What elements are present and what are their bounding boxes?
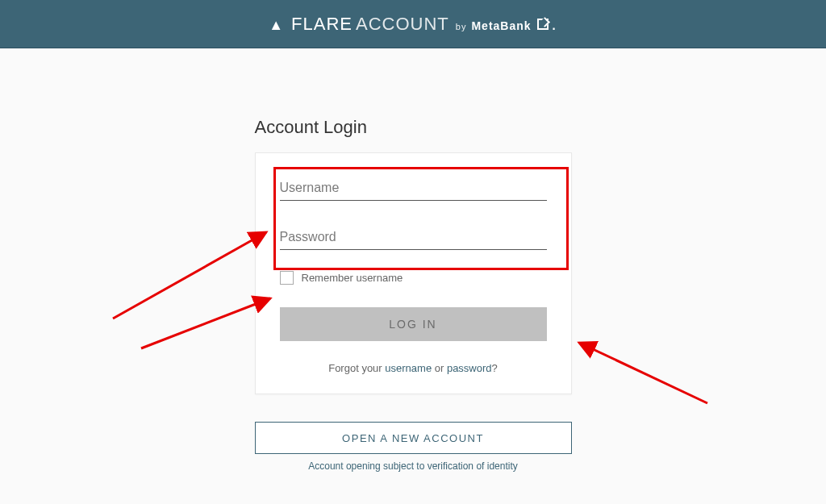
page-title: Account Login xyxy=(255,117,572,138)
flare-glyph-icon: ▲ xyxy=(269,17,283,34)
forgot-prefix: Forgot your xyxy=(328,362,385,374)
open-account-section: OPEN A NEW ACCOUNT Account opening subje… xyxy=(255,422,572,472)
main-content: Account Login Remember username LOG IN F… xyxy=(0,48,826,472)
logo-account-text: ACCOUNT xyxy=(356,14,449,35)
logo-flare-text: FLARE xyxy=(291,14,353,35)
account-disclaimer: Account opening subject to verification … xyxy=(255,460,572,472)
username-row xyxy=(280,176,547,201)
login-button[interactable]: LOG IN xyxy=(280,307,547,341)
remember-row: Remember username xyxy=(280,271,547,285)
forgot-or: or xyxy=(432,362,447,374)
open-account-button[interactable]: OPEN A NEW ACCOUNT xyxy=(255,422,572,454)
forgot-password-link[interactable]: password xyxy=(447,362,492,374)
password-input[interactable] xyxy=(280,225,547,250)
remember-label: Remember username xyxy=(302,272,403,284)
metabank-mark-icon xyxy=(537,19,549,30)
username-input[interactable] xyxy=(280,176,547,201)
logo-meta-text: MetaBank xyxy=(471,19,531,32)
remember-checkbox[interactable] xyxy=(280,271,294,285)
header-bar: ▲ FLAREACCOUNT by MetaBank. xyxy=(0,0,826,48)
login-card: Remember username LOG IN Forgot your use… xyxy=(255,152,572,394)
forgot-username-link[interactable]: username xyxy=(385,362,432,374)
forgot-suffix: ? xyxy=(492,362,498,374)
brand-logo: ▲ FLAREACCOUNT by MetaBank. xyxy=(269,14,557,35)
logo-by-text: by xyxy=(456,22,467,31)
password-row xyxy=(280,225,547,250)
forgot-row: Forgot your username or password? xyxy=(280,362,547,374)
